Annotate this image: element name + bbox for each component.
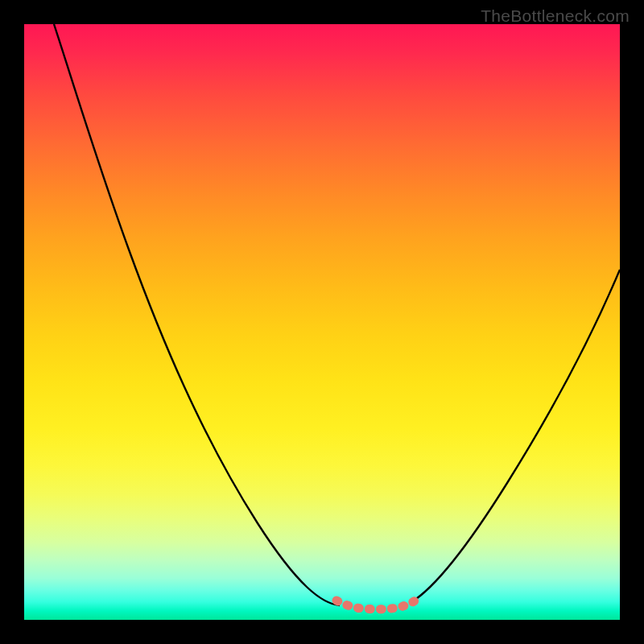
chart-container: TheBottleneck.com (0, 0, 644, 644)
right-curve (411, 270, 620, 602)
plot-area (24, 24, 620, 620)
curve-overlay (24, 24, 620, 620)
left-curve (54, 24, 340, 605)
watermark-text: TheBottleneck.com (481, 6, 630, 26)
valley-marker (336, 601, 415, 609)
